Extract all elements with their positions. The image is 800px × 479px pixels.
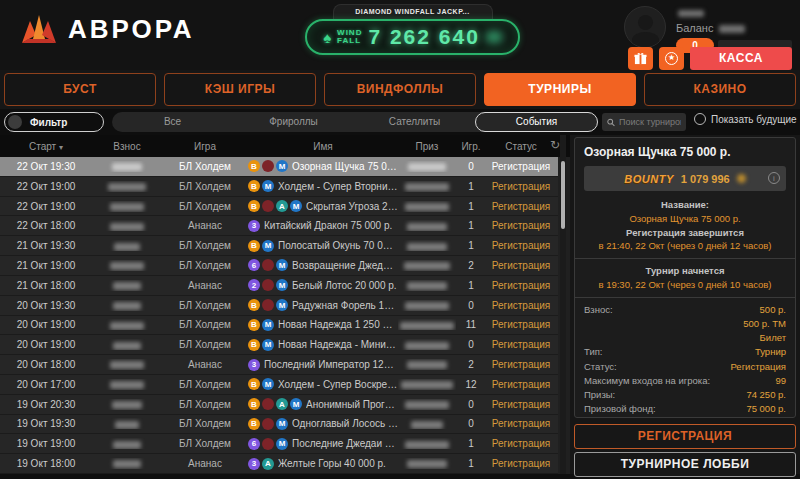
nav-tab-казино[interactable]: КАЗИНО	[644, 73, 796, 106]
tournament-name: Одноглавый Лосось 75 000 р.	[292, 418, 398, 429]
nav-tab-турниры[interactable]: ТУРНИРЫ	[484, 73, 636, 106]
orange-badge-icon: B	[248, 418, 260, 430]
tournament-row[interactable]: 20 Окт 19:00БЛ ХолдемBMНовая Надежда 1 2…	[0, 316, 558, 336]
tournament-row[interactable]: 22 Окт 18:00Ананас3Китайский Дракон 75 0…	[0, 216, 558, 236]
col-status[interactable]: Статус	[486, 141, 556, 152]
filter-tab-фрироллы[interactable]: Фрироллы	[233, 112, 354, 132]
rewards-button[interactable]: ★	[659, 47, 684, 70]
cell-name: BMРадужная Форель 120 000 р.	[248, 299, 398, 311]
filter-tab-события[interactable]: События	[475, 112, 598, 132]
cashier-button[interactable]: КАССА	[690, 47, 792, 70]
table-scrollbar[interactable]	[560, 135, 566, 474]
tournament-row[interactable]: 19 Окт 19:30БЛ ХолдемBMОдноглавый Лосось…	[0, 415, 558, 435]
prize-blur	[400, 322, 454, 330]
property-row: Статус:Регистрация	[584, 360, 786, 374]
darkred-badge-icon	[262, 279, 274, 291]
tournament-row[interactable]: 20 Окт 19:00БЛ ХолдемBMНовая Надежда - М…	[0, 335, 558, 355]
tournament-row[interactable]: 21 Окт 19:00БЛ Холдем6MВозвращение Джеда…	[0, 256, 558, 276]
darkred-badge-icon	[262, 299, 274, 311]
cell-prize-masked	[398, 300, 456, 311]
scrollbar-thumb[interactable]	[561, 161, 565, 229]
table-body: 22 Окт 19:30БЛ ХолдемBMОзорная Щучка 75 …	[0, 157, 558, 474]
tournament-row[interactable]: 22 Окт 19:00БЛ ХолдемBMХолдем - Супер Вт…	[0, 177, 558, 197]
search-box[interactable]	[602, 113, 686, 131]
lobby-button[interactable]: ТУРНИРНОЕ ЛОББИ	[574, 452, 796, 477]
tournament-name: Озорная Щучка 75 000 р.	[292, 161, 398, 172]
col-game[interactable]: Игра	[162, 141, 248, 152]
col-prize[interactable]: Приз	[398, 141, 456, 152]
register-button[interactable]: РЕГИСТРАЦИЯ	[574, 424, 796, 449]
cell-start: 20 Окт 19:00	[0, 339, 92, 350]
cell-start: 20 Окт 19:30	[0, 300, 92, 311]
tournament-row[interactable]: 21 Окт 18:00Ананас2MБелый Лотос 20 000 р…	[0, 276, 558, 296]
cell-status: Регистрация	[486, 399, 556, 410]
info-icon[interactable]: i	[768, 172, 780, 184]
search-input[interactable]	[619, 117, 681, 127]
cell-start: 20 Окт 18:00	[0, 359, 92, 370]
tournament-row[interactable]: 22 Окт 19:30БЛ ХолдемBMОзорная Щучка 75 …	[0, 157, 558, 177]
cell-start: 19 Окт 18:00	[0, 458, 92, 469]
divider	[575, 258, 795, 259]
prize-blur	[405, 302, 449, 310]
property-label: Статус:	[584, 360, 617, 374]
cell-status: Регистрация	[486, 438, 556, 449]
cell-entries: 12	[456, 379, 486, 390]
purple-badge-icon: 3	[248, 220, 260, 232]
nav-tab-буст[interactable]: БУСТ	[4, 73, 156, 106]
filter-tab-сателлиты[interactable]: Сателлиты	[354, 112, 475, 132]
brand-logo[interactable]: АВРОРА	[20, 14, 195, 45]
cell-name: BMОзорная Щучка 75 000 р.	[248, 160, 398, 172]
tournament-name: Полосатый Окунь 70 000 р.	[278, 240, 398, 251]
property-value: 99	[775, 374, 786, 388]
tournament-row[interactable]: 20 Окт 19:30БЛ ХолдемBMРадужная Форель 1…	[0, 296, 558, 316]
cell-start: 22 Окт 19:30	[0, 161, 92, 172]
balance-value-masked	[719, 25, 745, 33]
fee-blur	[110, 381, 144, 389]
cell-status: Регистрация	[486, 359, 556, 370]
cell-fee-masked	[92, 161, 162, 172]
tournament-name: Последний Император 125 000 р.	[264, 359, 398, 370]
cell-status: Регистрация	[486, 458, 556, 469]
property-label: Взнос:	[584, 303, 613, 346]
reg-close-value: в 21:40, 22 Окт (через 0 дней 12 часов)	[584, 239, 786, 253]
jackpot-ticker[interactable]: DIAMOND WINDFALL JACKP... ♠ WIND FALL 7 …	[305, 4, 520, 55]
cell-name: 6MПоследние Джедаи 200 000 р	[248, 438, 398, 450]
cell-prize-masked	[398, 220, 456, 231]
col-fee[interactable]: Взнос	[92, 141, 162, 152]
filter-tab-все[interactable]: Все	[112, 112, 233, 132]
tournament-row[interactable]: 22 Окт 19:00БЛ ХолдемBAMСкрытая Угроза 2…	[0, 197, 558, 217]
tournament-properties: Взнос:500 р.500 р. ТМБилетТип:ТурнирСтат…	[584, 303, 786, 418]
tournament-row[interactable]: 19 Окт 18:00Ананас3AЖелтые Горы 40 000 р…	[0, 454, 558, 474]
brand-name: АВРОРА	[68, 14, 195, 45]
tournament-name: Скрытая Угроза 200 000 р	[306, 201, 398, 212]
cell-status: Регистрация	[486, 339, 556, 350]
gift-button[interactable]	[628, 47, 653, 70]
property-value: 74 250 р.	[746, 388, 786, 402]
col-entries[interactable]: Игр.	[456, 141, 486, 152]
tournament-row[interactable]: 21 Окт 19:30БЛ ХолдемBMПолосатый Окунь 7…	[0, 236, 558, 256]
orange-badge-icon: B	[248, 398, 260, 410]
cell-fee-masked	[92, 399, 162, 410]
property-row: Максимум входов на игрока:99	[584, 374, 786, 388]
blue-badge-icon: M	[276, 299, 288, 311]
nav-tab-виндфоллы[interactable]: ВИНДФОЛЛЫ	[324, 73, 476, 106]
cell-game: Ананас	[162, 280, 248, 291]
col-name[interactable]: Имя	[248, 141, 398, 152]
tournament-row[interactable]: 20 Окт 18:00Ананас3Последний Император 1…	[0, 355, 558, 375]
show-future-toggle[interactable]: Показать будущие	[694, 113, 797, 125]
filter-toggle[interactable]: Фильтр	[4, 112, 104, 132]
property-label: Тип:	[584, 345, 602, 359]
tournament-row[interactable]: 20 Окт 17:00БЛ ХолдемBMХолдем - Супер Во…	[0, 375, 558, 395]
col-start[interactable]: Старт ▾	[0, 141, 92, 152]
avatar[interactable]	[624, 6, 666, 48]
property-label: Призы:	[584, 388, 615, 402]
tournament-row[interactable]: 19 Окт 20:30БЛ ХолдемBAMАнонимный Прогре…	[0, 395, 558, 415]
nav-tab-кэш-игры[interactable]: КЭШ ИГРЫ	[164, 73, 316, 106]
cell-game: БЛ Холдем	[162, 300, 248, 311]
jackpot-counter: ♠ WIND FALL 7 262 640	[305, 19, 520, 55]
refresh-icon[interactable]: ↻	[550, 138, 560, 152]
cell-status: Регистрация	[486, 181, 556, 192]
cell-entries: 2	[456, 359, 486, 370]
tournament-row[interactable]: 19 Окт 19:00БЛ Холдем6MПоследние Джедаи …	[0, 434, 558, 454]
cell-prize-masked	[398, 399, 456, 410]
